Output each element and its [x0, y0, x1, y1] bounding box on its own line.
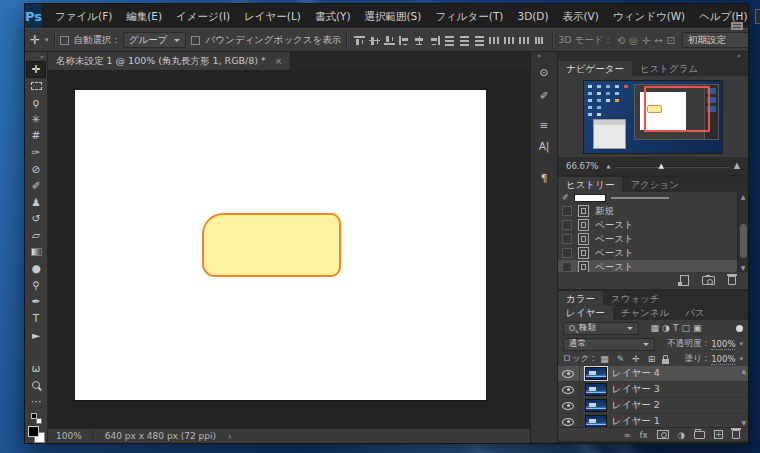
tab-navigator[interactable]: ナビゲーター: [558, 61, 632, 76]
fill-value[interactable]: 100%: [711, 354, 735, 365]
history-snapshot-row[interactable]: ✐: [558, 192, 737, 204]
align-right-edges-icon[interactable]: [428, 35, 441, 46]
layer-thumbnail[interactable]: [585, 399, 607, 412]
delete-state-icon[interactable]: [728, 276, 736, 285]
tab-paths[interactable]: パス: [677, 305, 712, 320]
minimize-button[interactable]: ─: [755, 9, 760, 24]
gradient-tool[interactable]: [26, 244, 46, 261]
document-tab[interactable]: 名称未設定 1 @ 100% (角丸長方形 1, RGB/8) * ×: [48, 52, 291, 70]
link-layers-icon[interactable]: ∞: [623, 430, 630, 440]
tab-actions[interactable]: アクション: [622, 177, 687, 192]
layer-name[interactable]: レイヤー 4: [612, 367, 660, 380]
document-tab-close-icon[interactable]: ×: [275, 56, 283, 66]
brushes-panel-icon[interactable]: ✐: [532, 84, 556, 105]
layers-scroll-up-icon[interactable]: ▲: [741, 367, 746, 374]
edit-toolbar-button[interactable]: ⋯: [26, 393, 46, 410]
distribute-right-edges-icon[interactable]: [518, 35, 531, 46]
history-scrollbar[interactable]: ▲ ▼: [737, 192, 748, 272]
spot-healing-brush-tool[interactable]: ⊘: [26, 161, 46, 178]
canvas[interactable]: [75, 90, 486, 400]
align-vertical-centers-icon[interactable]: [368, 35, 381, 46]
scrollbar-thumb[interactable]: [740, 224, 747, 258]
blur-tool[interactable]: ●: [26, 260, 46, 277]
lock-transparency-icon[interactable]: ▦: [599, 354, 611, 364]
lock-all-icon[interactable]: [662, 359, 669, 364]
filter-smart-objects-icon[interactable]: ▣: [691, 323, 703, 333]
menu-3d[interactable]: 3D(D): [510, 4, 555, 28]
3d-roll-icon[interactable]: ◎: [627, 35, 640, 46]
adjustment-layer-icon[interactable]: ◑: [678, 430, 685, 440]
history-brush-tool[interactable]: ↺: [26, 210, 46, 227]
menu-select[interactable]: 選択範囲(S): [358, 4, 429, 28]
panel-menu-icon[interactable]: [731, 22, 743, 30]
layer-row[interactable]: レイヤー 1: [558, 414, 748, 427]
lock-paint-icon[interactable]: ✎: [615, 354, 626, 364]
clone-stamp-tool[interactable]: ♟: [26, 194, 46, 211]
type-tool[interactable]: T: [26, 310, 46, 327]
rectangular-marquee-tool[interactable]: [26, 78, 46, 95]
filter-type-layers-icon[interactable]: T: [671, 323, 680, 333]
zoom-slider-thumb[interactable]: ▲: [658, 163, 663, 170]
distribute-vertical-centers-icon[interactable]: [458, 35, 471, 46]
dock-expand-chevron[interactable]: «: [531, 52, 541, 61]
layer-visibility-eye-icon[interactable]: [562, 370, 574, 378]
quick-selection-tool[interactable]: ✳: [26, 111, 46, 128]
distribute-horizontal-centers-icon[interactable]: [503, 35, 516, 46]
layer-thumbnail[interactable]: [585, 415, 607, 427]
zoom-in-icon[interactable]: ▲: [734, 162, 740, 170]
crop-tool[interactable]: #: [26, 127, 46, 144]
layer-group-icon[interactable]: [694, 431, 705, 439]
filter-toggle-icon[interactable]: [736, 325, 743, 332]
auto-select-checkbox[interactable]: [60, 36, 69, 45]
opacity-value[interactable]: 100%: [711, 339, 735, 350]
toolbar-collapse-chevron[interactable]: »: [40, 53, 44, 61]
navigator-thumbnail[interactable]: [584, 81, 722, 153]
menu-window[interactable]: ウィンドウ(W): [606, 4, 692, 28]
pen-tool[interactable]: ✒: [26, 293, 46, 310]
brush-tool[interactable]: ✐: [26, 177, 46, 194]
auto-select-dropdown[interactable]: グループ: [123, 32, 187, 48]
layer-visibility-eye-icon[interactable]: [562, 402, 574, 410]
history-state-row[interactable]: ペースト: [558, 246, 737, 260]
character-panel-icon[interactable]: A|: [532, 135, 556, 156]
menu-file[interactable]: ファイル(F): [48, 4, 119, 28]
distribute-top-edges-icon[interactable]: [443, 35, 456, 46]
layer-row[interactable]: レイヤー 2: [558, 398, 748, 414]
menu-type[interactable]: 書式(Y): [308, 4, 358, 28]
menu-layer[interactable]: レイヤー(L): [237, 4, 308, 28]
history-state-row[interactable]: 新規: [558, 204, 737, 218]
history-source-well[interactable]: [562, 248, 572, 258]
history-state-row[interactable]: ペースト: [558, 232, 737, 246]
scroll-up-icon[interactable]: ▲: [741, 193, 746, 200]
history-state-row[interactable]: ペースト: [558, 218, 737, 232]
3d-slide-icon[interactable]: ↔: [652, 35, 664, 46]
status-more-chevron[interactable]: ›: [228, 431, 232, 441]
tab-swatches[interactable]: スウォッチ: [603, 291, 668, 306]
layer-mask-icon[interactable]: [657, 430, 669, 439]
3d-scale-icon[interactable]: ⊡: [665, 35, 677, 46]
new-document-from-state-icon[interactable]: [680, 275, 689, 286]
layer-filter-dropdown[interactable]: 種類: [563, 322, 639, 335]
hand-tool[interactable]: ω: [26, 360, 46, 377]
blend-mode-dropdown[interactable]: 通常: [563, 338, 655, 351]
lock-move-icon[interactable]: ✛: [631, 354, 642, 364]
foreground-color-swatch[interactable]: [28, 426, 39, 437]
zoom-tool[interactable]: [26, 376, 46, 393]
tab-color[interactable]: カラー: [558, 291, 603, 306]
layer-visibility-eye-icon[interactable]: [562, 386, 574, 394]
pasteboard[interactable]: [48, 70, 530, 428]
lock-artboard-icon[interactable]: ⊞: [646, 354, 657, 364]
align-top-edges-icon[interactable]: [353, 35, 366, 46]
zoom-out-icon[interactable]: ▲: [606, 164, 610, 169]
layer-thumbnail[interactable]: [585, 383, 607, 396]
3d-rotate-icon[interactable]: ⟲: [615, 35, 627, 46]
layer-name[interactable]: レイヤー 1: [612, 415, 660, 427]
3d-drag-icon[interactable]: ✛: [640, 35, 652, 46]
distribute-left-edges-icon[interactable]: [488, 35, 501, 46]
layer-row[interactable]: レイヤー 4: [558, 366, 748, 382]
new-snapshot-icon[interactable]: [702, 276, 715, 285]
align-left-edges-icon[interactable]: [398, 35, 411, 46]
menu-filter[interactable]: フィルター(T): [428, 4, 510, 28]
status-zoom-field[interactable]: 100%: [56, 431, 93, 441]
brush-settings-panel-icon[interactable]: ≡: [532, 114, 556, 135]
